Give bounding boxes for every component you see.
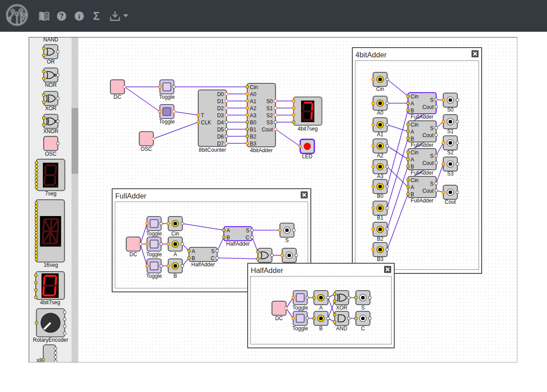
svg-text:AND: AND (336, 325, 347, 332)
svg-text:A: A (411, 184, 414, 190)
svg-text:Cin: Cin (411, 122, 419, 128)
svg-text:Toggle: Toggle (146, 251, 162, 258)
svg-text:DC: DC (113, 94, 121, 100)
svg-text:FullAdder: FullAdder (411, 114, 433, 120)
svg-text:C: C (211, 255, 215, 261)
svg-text:B: B (411, 108, 414, 114)
svg-text:A1: A1 (377, 131, 384, 138)
svg-text:S3: S3 (447, 171, 454, 177)
svg-text:S: S (430, 97, 434, 103)
svg-text:S: S (430, 181, 434, 187)
svg-text:D3: D3 (217, 112, 224, 119)
svg-text:A: A (226, 228, 230, 234)
svg-text:Toggle: Toggle (292, 325, 308, 332)
svg-text:B3: B3 (250, 141, 257, 147)
svg-text:OSC: OSC (140, 146, 152, 152)
svg-text:B: B (411, 191, 414, 198)
svg-text:4bitAdder: 4bitAdder (250, 147, 272, 153)
svg-text:B1: B1 (377, 215, 384, 221)
svg-text:B: B (411, 136, 414, 142)
svg-text:B: B (192, 255, 195, 261)
svg-text:B: B (319, 325, 323, 332)
svg-text:B0: B0 (377, 193, 384, 199)
svg-text:Cout: Cout (423, 132, 434, 138)
svg-text:S3: S3 (266, 119, 273, 126)
svg-text:FullAdder: FullAdder (115, 192, 147, 200)
svg-text:Cout: Cout (423, 104, 434, 110)
svg-text:B0: B0 (250, 119, 257, 126)
svg-text:D4: D4 (217, 119, 224, 126)
svg-text:B3: B3 (377, 256, 384, 262)
svg-text:A0: A0 (250, 91, 257, 97)
svg-text:B2: B2 (377, 236, 384, 242)
svg-text:D6: D6 (217, 134, 224, 140)
svg-text:Cout: Cout (262, 127, 273, 133)
svg-text:4bit7seg: 4bit7seg (298, 126, 317, 132)
svg-text:HalfAdder: HalfAdder (191, 261, 215, 268)
svg-text:4bitAdder: 4bitAdder (355, 51, 387, 59)
svg-text:Toggle: Toggle (159, 119, 175, 125)
svg-text:16seg: 16seg (44, 262, 58, 268)
svg-text:XOR: XOR (336, 305, 347, 311)
svg-text:S: S (246, 228, 249, 234)
svg-text:DC: DC (275, 315, 283, 321)
svg-text:D2: D2 (217, 105, 224, 112)
svg-text:S: S (285, 237, 289, 243)
svg-text:B: B (174, 273, 177, 279)
svg-text:XOR: XOR (45, 105, 57, 112)
svg-text:S2: S2 (266, 112, 273, 119)
svg-text:D7: D7 (217, 141, 224, 147)
svg-text:B: B (226, 235, 230, 241)
svg-text:FullAdder: FullAdder (411, 142, 433, 148)
svg-text:i: i (78, 13, 80, 20)
svg-text:A0: A0 (377, 110, 384, 116)
svg-text:DC: DC (129, 251, 137, 258)
svg-text:B2: B2 (250, 134, 257, 140)
svg-text:Cin: Cin (376, 86, 384, 92)
svg-text:OSC: OSC (45, 151, 57, 157)
svg-text:Cin: Cin (411, 93, 419, 100)
svg-text:Toggle: Toggle (146, 231, 162, 237)
svg-text:S: S (430, 153, 434, 159)
svg-text:A: A (319, 305, 323, 311)
svg-text:FullAdder: FullAdder (411, 198, 433, 204)
svg-text:Toggle: Toggle (159, 94, 175, 100)
svg-text:Cin: Cin (171, 231, 179, 237)
svg-text:XNOR: XNOR (43, 128, 59, 134)
svg-text:S1: S1 (266, 105, 273, 112)
svg-text:HalfAdder: HalfAdder (226, 241, 249, 247)
svg-text:S: S (211, 248, 215, 254)
svg-text:B1: B1 (250, 127, 257, 133)
svg-text:T: T (201, 112, 204, 119)
svg-text:Cin: Cin (250, 84, 258, 90)
svg-text:A1: A1 (250, 98, 257, 105)
svg-text:NOR: NOR (45, 82, 57, 88)
svg-text:D5: D5 (217, 127, 224, 133)
svg-text:FullAdder: FullAdder (411, 170, 433, 176)
svg-text:S0: S0 (447, 107, 454, 113)
svg-text:S: S (361, 305, 365, 311)
svg-text:CLK: CLK (201, 119, 211, 126)
svg-text:A: A (174, 251, 177, 258)
svg-text:LED: LED (302, 153, 313, 160)
svg-text:Toggle: Toggle (146, 273, 162, 279)
svg-text:S1: S1 (447, 128, 454, 134)
svg-text:S2: S2 (447, 149, 454, 156)
svg-text:?: ? (60, 12, 64, 20)
svg-text:S0: S0 (266, 98, 273, 105)
svg-text:Σ: Σ (93, 10, 100, 22)
svg-text:A3: A3 (377, 173, 384, 179)
svg-text:Toggle: Toggle (292, 305, 308, 311)
svg-text:A: A (411, 157, 414, 163)
svg-text:Cout: Cout (445, 199, 456, 205)
svg-text:8bitCounter: 8bitCounter (199, 147, 226, 153)
svg-text:D1: D1 (217, 98, 224, 105)
svg-text:A: A (411, 101, 414, 107)
svg-text:7seg: 7seg (45, 190, 57, 197)
svg-text:Cin: Cin (411, 177, 419, 183)
svg-text:A: A (192, 248, 195, 254)
svg-text:Cout: Cout (423, 160, 434, 166)
svg-text:A2: A2 (250, 105, 257, 112)
svg-text:x8: x8 (37, 357, 42, 363)
svg-text:S: S (430, 125, 434, 131)
